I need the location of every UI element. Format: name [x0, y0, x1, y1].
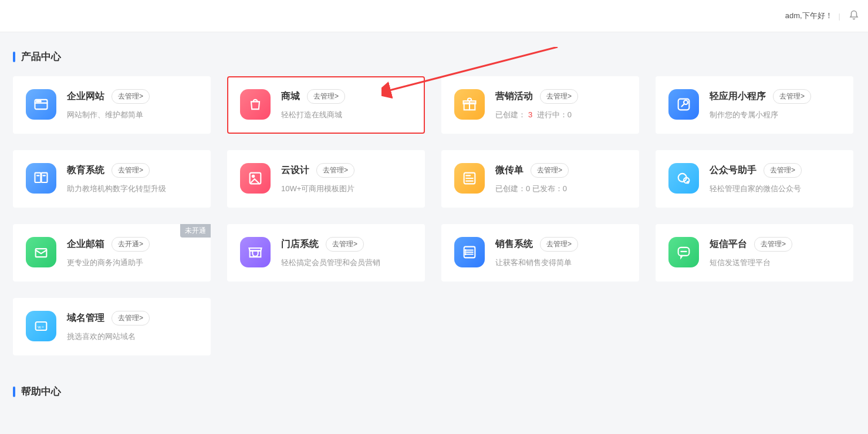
card-title-row: 轻应用小程序去管理>	[710, 89, 842, 104]
section-bar-icon	[13, 52, 15, 62]
product-card[interactable]: 微传单去管理>已创建：0 已发布：0	[441, 150, 639, 208]
card-subtitle: 轻松管理自家的微信公众号	[710, 184, 842, 194]
card-body: 轻应用小程序去管理>制作您的专属小程序	[710, 89, 842, 120]
card-title: 销售系统	[495, 238, 533, 250]
product-card[interactable]: 公众号助手去管理>轻松管理自家的微信公众号	[656, 150, 853, 208]
svg-rect-11	[42, 173, 48, 182]
card-subtitle: 制作您的专属小程序	[710, 110, 842, 120]
card-body: 短信平台去管理>短信发送管理平台	[710, 237, 842, 268]
manage-button[interactable]: 去管理>	[754, 237, 792, 252]
manage-button[interactable]: 去管理>	[531, 163, 569, 178]
product-card[interactable]: 轻应用小程序去管理>制作您的专属小程序	[656, 76, 853, 134]
card-subtitle: 已创建：0 已发布：0	[495, 184, 627, 194]
section-bar-icon	[13, 386, 15, 397]
card-title-row: 域名管理去管理>	[67, 311, 199, 326]
msg-icon	[668, 237, 699, 267]
svg-point-4	[40, 101, 41, 102]
manage-button[interactable]: 去管理>	[326, 237, 364, 252]
card-body: 企业网站去管理>网站制作、维护都简单	[67, 89, 199, 120]
card-subtitle: 已创建：3 进行中：0	[495, 110, 627, 120]
mail-icon	[26, 237, 56, 267]
card-title: 云设计	[281, 164, 309, 177]
card-subtitle: 短信发送管理平台	[710, 257, 842, 268]
card-subtitle-part: 已创建：	[495, 110, 526, 119]
manage-button[interactable]: 去开通>	[112, 237, 150, 252]
product-card[interactable]: 短信平台去管理>短信发送管理平台	[656, 224, 853, 282]
bag-icon	[240, 89, 271, 120]
product-card[interactable]: 企业网站去管理>网站制作、维护都简单	[13, 76, 211, 134]
card-title-row: 云设计去管理>	[281, 163, 413, 178]
news-icon	[454, 163, 485, 194]
card-title-row: 商城去管理>	[281, 89, 413, 104]
gift-icon	[454, 89, 485, 120]
manage-button[interactable]: 去管理>	[112, 163, 150, 178]
svg-point-3	[38, 101, 39, 102]
svg-point-9	[684, 100, 688, 104]
image-icon	[240, 163, 271, 194]
card-subtitle: 助力教培机构数字化转型升级	[67, 184, 199, 194]
card-title-row: 短信平台去管理>	[710, 237, 842, 252]
product-card[interactable]: 未开通企业邮箱去开通>更专业的商务沟通助手	[13, 224, 211, 282]
manage-button[interactable]: 去管理>	[540, 237, 578, 252]
status-badge: 未开通	[180, 224, 211, 238]
card-subtitle: 轻松打造在线商城	[281, 110, 413, 120]
card-title: 教育系统	[67, 164, 104, 177]
link-icon	[668, 89, 699, 120]
card-body: 门店系统去管理>轻松搞定会员管理和会员营销	[281, 237, 413, 268]
product-card[interactable]: w.=域名管理去管理>挑选喜欢的网站域名	[13, 298, 211, 355]
book-icon	[26, 163, 56, 194]
product-card[interactable]: 销售系统去管理>让获客和销售变得简单	[441, 224, 639, 282]
product-card[interactable]: 云设计去管理>10W+可商用模板图片	[227, 150, 425, 208]
card-title-row: 公众号助手去管理>	[710, 163, 842, 178]
card-body: 云设计去管理>10W+可商用模板图片	[281, 163, 413, 194]
svg-point-22	[687, 182, 689, 184]
card-title: 域名管理	[67, 312, 104, 324]
manage-button[interactable]: 去管理>	[112, 311, 150, 326]
card-subtitle: 让获客和销售变得简单	[495, 257, 627, 268]
card-title: 企业网站	[67, 90, 104, 103]
svg-rect-10	[35, 173, 41, 182]
card-subtitle: 网站制作、维护都简单	[67, 110, 199, 120]
user-greeting: adm,下午好！	[785, 11, 833, 21]
card-title: 轻应用小程序	[710, 90, 766, 103]
section-help-title: 帮助中心	[13, 385, 868, 398]
manage-button[interactable]: 去管理>	[307, 89, 345, 104]
manage-button[interactable]: 去管理>	[316, 163, 354, 178]
card-title: 商城	[281, 90, 300, 103]
manage-button[interactable]: 去管理>	[773, 89, 811, 104]
svg-text:w.=: w.=	[37, 325, 44, 329]
store-icon	[240, 237, 271, 267]
card-body: 企业邮箱去开通>更专业的商务沟通助手	[67, 237, 199, 268]
product-card[interactable]: 教育系统去管理>助力教培机构数字化转型升级	[13, 150, 211, 208]
manage-button[interactable]: 去管理>	[112, 89, 150, 104]
card-title: 企业邮箱	[67, 238, 104, 250]
card-body: 微传单去管理>已创建：0 已发布：0	[495, 163, 627, 194]
card-subtitle: 挑选喜欢的网站域名	[67, 331, 199, 342]
card-subtitle-part: 已创建：0 已发布：0	[495, 184, 567, 193]
domain-icon: w.=	[26, 311, 56, 341]
products-grid: 企业网站去管理>网站制作、维护都简单商城去管理>轻松打造在线商城营销活动去管理>…	[0, 76, 868, 355]
card-subtitle: 更专业的商务沟通助手	[67, 257, 199, 268]
card-body: 商城去管理>轻松打造在线商城	[281, 89, 413, 120]
product-card[interactable]: 营销活动去管理>已创建：3 进行中：0	[441, 76, 639, 134]
product-card[interactable]: 商城去管理>轻松打造在线商城	[227, 76, 425, 134]
svg-point-28	[465, 250, 466, 250]
card-subtitle-part: 3	[528, 110, 532, 119]
card-subtitle-part: 进行中：0	[535, 110, 572, 119]
manage-button[interactable]: 去管理>	[540, 89, 578, 104]
svg-point-15	[252, 175, 255, 178]
svg-point-30	[465, 254, 466, 255]
section-title-text: 产品中心	[21, 50, 61, 63]
card-title-row: 教育系统去管理>	[67, 163, 199, 178]
card-title-row: 企业网站去管理>	[67, 89, 199, 104]
notification-icon[interactable]	[846, 10, 859, 22]
manage-button[interactable]: 去管理>	[764, 163, 802, 178]
card-body: 销售系统去管理>让获客和销售变得简单	[495, 237, 627, 268]
list-icon	[454, 237, 485, 267]
card-title: 公众号助手	[710, 164, 756, 177]
topbar-divider: |	[839, 12, 840, 21]
window-icon	[26, 89, 56, 120]
card-title: 微传单	[495, 164, 523, 177]
product-card[interactable]: 门店系统去管理>轻松搞定会员管理和会员营销	[227, 224, 425, 282]
card-body: 域名管理去管理>挑选喜欢的网站域名	[67, 311, 199, 342]
